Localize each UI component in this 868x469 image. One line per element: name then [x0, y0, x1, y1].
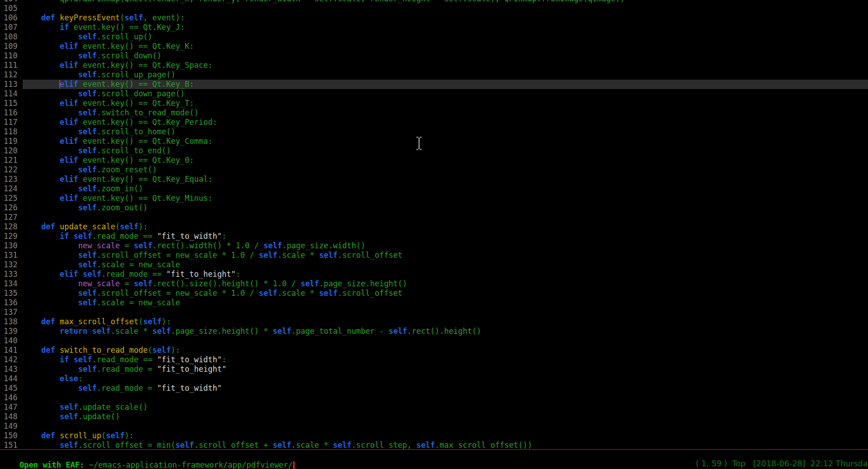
line-number: 110 [0, 51, 23, 61]
code-line[interactable]: 140 [0, 336, 868, 346]
minibuffer-line[interactable]: Open with EAF: ~/emacs-application-frame… [1, 451, 295, 460]
code-line[interactable]: 126 self.zoom_out() [0, 203, 868, 213]
line-number: 116 [0, 108, 23, 118]
code-line-text: elif event.key() == Qt.Key_0: [23, 156, 868, 165]
code-line[interactable]: 135 self.scroll_offset = new_scale * 1.0… [0, 289, 868, 298]
code-line-text: self.read_mode = "fit_to_height" [23, 365, 868, 374]
code-line[interactable]: 111 elif event.key() == Qt.Key_Space: [0, 61, 868, 70]
line-number: 140 [0, 336, 23, 346]
code-line[interactable]: 149 [0, 422, 868, 431]
code-line[interactable]: 148 self.update() [0, 412, 868, 422]
line-number: 136 [0, 298, 23, 308]
code-line-text: self.update() [23, 412, 868, 422]
minibuffer-prompt: Open with EAF: [19, 460, 89, 469]
minibuffer[interactable]: Open with EAF: ~/emacs-application-frame… [0, 450, 868, 469]
editor-buffer[interactable]: 104 qp.drawPixmap(QRect(render_x, render… [0, 0, 868, 450]
code-line[interactable]: 106 def keyPressEvent(self, event): [0, 13, 868, 23]
line-number: 109 [0, 42, 23, 51]
code-line[interactable]: 147 self.update_scale() [0, 403, 868, 412]
code-line[interactable]: 143 self.read_mode = "fit_to_height" [0, 365, 868, 374]
code-line[interactable]: 125 elif event.key() == Qt.Key_Minus: [0, 194, 868, 203]
code-line-text: elif event.key() == Qt.Key_Minus: [23, 194, 868, 203]
minibuffer-input[interactable]: ~/emacs-application-framework/app/pdfvie… [89, 460, 292, 469]
code-line[interactable]: 145 self.read_mode = "fit_to_width" [0, 384, 868, 393]
code-line-text: elif event.key() == Qt.Key_Period: [23, 118, 868, 127]
code-line[interactable]: 121 elif event.key() == Qt.Key_0: [0, 156, 868, 165]
line-number: 107 [0, 23, 23, 32]
code-line[interactable]: 120 self.scroll_to_end() [0, 146, 868, 156]
code-line-text: new_scale = self.rect().width() * 1.0 / … [23, 241, 868, 251]
code-line[interactable]: 108 self.scroll_up() [0, 32, 868, 42]
line-number: 121 [0, 156, 23, 165]
line-number: 108 [0, 32, 23, 42]
code-line[interactable]: 137 [0, 308, 868, 317]
code-line-text: self.scale = new_scale [23, 298, 868, 308]
line-number: 119 [0, 137, 23, 146]
code-line-text: self.scroll_to_end() [23, 146, 868, 156]
line-number: 149 [0, 422, 23, 431]
code-line-text: self.read_mode = "fit_to_width" [23, 384, 868, 393]
code-line[interactable]: 133 elif self.read_mode == "fit_to_heigh… [0, 270, 868, 279]
code-line[interactable]: 141 def switch_to_read_mode(self): [0, 346, 868, 355]
code-line[interactable]: 104 qp.drawPixmap(QRect(render_x, render… [0, 0, 868, 4]
line-number: 114 [0, 89, 23, 99]
line-number: 120 [0, 146, 23, 156]
code-line[interactable]: 117 elif event.key() == Qt.Key_Period: [0, 118, 868, 127]
code-line[interactable]: 115 elif event.key() == Qt.Key_T: [0, 99, 868, 108]
code-line[interactable]: 116 self.switch_to_read_mode() [0, 108, 868, 118]
code-line[interactable]: 139 return self.scale * self.page_size.h… [0, 327, 868, 336]
code-line-text: elif event.key() == Qt.Key_B: [23, 80, 868, 89]
code-line[interactable]: 138 def max_scroll_offset(self): [0, 317, 868, 327]
code-line[interactable]: 136 self.scale = new_scale [0, 298, 868, 308]
code-line[interactable]: 129 if self.read_mode == "fit_to_width": [0, 232, 868, 241]
code-line-text: self.scroll_up_page() [23, 70, 868, 80]
code-line[interactable]: 107 if event.key() == Qt.Key_J: [0, 23, 868, 32]
line-number: 144 [0, 374, 23, 384]
line-number: 133 [0, 270, 23, 279]
line-number: 118 [0, 127, 23, 137]
line-number: 112 [0, 70, 23, 80]
code-line[interactable]: 105 [0, 4, 868, 13]
line-number: 138 [0, 317, 23, 327]
code-line-text [23, 393, 868, 403]
code-line[interactable]: 112 self.scroll_up_page() [0, 70, 868, 80]
code-line[interactable]: 118 self.scroll_to_home() [0, 127, 868, 137]
code-line-text [23, 422, 868, 431]
line-number: 142 [0, 355, 23, 365]
code-line[interactable]: 146 [0, 393, 868, 403]
code-line[interactable]: 119 elif event.key() == Qt.Key_Comma: [0, 137, 868, 146]
line-number: 127 [0, 213, 23, 222]
code-line-text: self.scale = new_scale [23, 260, 868, 270]
code-area: 104 qp.drawPixmap(QRect(render_x, render… [0, 0, 868, 450]
code-line[interactable]: 128 def update_scale(self): [0, 222, 868, 232]
code-line-text: def update_scale(self): [23, 222, 868, 232]
code-line[interactable]: 113 elif event.key() == Qt.Key_B: [0, 80, 868, 89]
code-line[interactable]: 134 new_scale = self.rect().size().heigh… [0, 279, 868, 289]
code-line[interactable]: 123 elif event.key() == Qt.Key_Equal: [0, 175, 868, 184]
line-number: 141 [0, 346, 23, 355]
code-line-text: elif event.key() == Qt.Key_Equal: [23, 175, 868, 184]
line-number: 134 [0, 279, 23, 289]
code-line[interactable]: 127 [0, 213, 868, 222]
code-line-text: else: [23, 374, 868, 384]
line-number: 132 [0, 260, 23, 270]
code-line[interactable]: 110 self.scroll_down() [0, 51, 868, 61]
minibuffer-cursor [293, 461, 295, 469]
code-line[interactable]: 151 self.scroll_offset = min(self.scroll… [0, 441, 868, 450]
code-line-text: self.update_scale() [23, 403, 868, 412]
code-line[interactable]: 114 self.scroll_down_page() [0, 89, 868, 99]
code-line[interactable]: 142 if self.read_mode == "fit_to_width": [0, 355, 868, 365]
code-line[interactable]: 124 self.zoom_in() [0, 184, 868, 194]
code-line[interactable]: 131 self.scroll_offset = new_scale * 1.0… [0, 251, 868, 260]
code-line[interactable]: 109 elif event.key() == Qt.Key_K: [0, 42, 868, 51]
line-number: 124 [0, 184, 23, 194]
code-line[interactable]: 144 else: [0, 374, 868, 384]
code-line[interactable]: 122 self.zoom_reset() [0, 165, 868, 175]
code-line-text: new_scale = self.rect().size().height() … [23, 279, 868, 289]
code-line[interactable]: 132 self.scale = new_scale [0, 260, 868, 270]
code-line[interactable]: 130 new_scale = self.rect().width() * 1.… [0, 241, 868, 251]
line-number: 151 [0, 441, 23, 450]
text-cursor [59, 80, 60, 89]
line-number: 146 [0, 393, 23, 403]
code-line[interactable]: 150 def scroll_up(self): [0, 431, 868, 441]
